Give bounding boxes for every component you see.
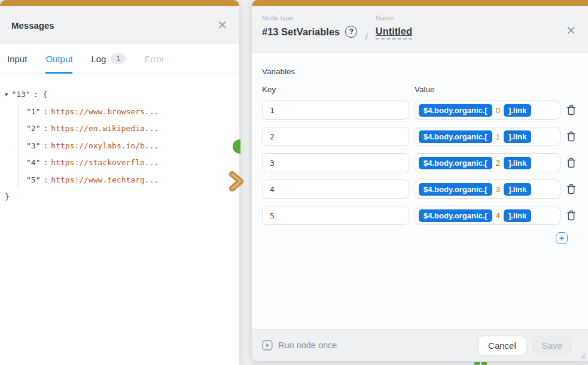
key-input[interactable]	[262, 206, 409, 225]
variables-column-headers: Key Value	[262, 85, 576, 94]
key-column-header: Key	[262, 85, 409, 94]
tab-error: Error	[144, 45, 164, 74]
expression-chip[interactable]: ].link	[504, 104, 531, 117]
value-field[interactable]: $4.body.organic.[ 2 ].link	[415, 153, 560, 172]
edge-chevron-icon	[229, 171, 248, 191]
value-field[interactable]: $4.body.organic.[ 1 ].link	[415, 127, 560, 146]
chip-index-literal: 4	[496, 211, 500, 220]
key-input[interactable]	[262, 101, 409, 120]
json-root-brace: : {	[31, 86, 50, 104]
canvas-node-fragment	[474, 362, 480, 365]
variable-row: $4.body.organic.[ 1 ].link	[262, 127, 576, 146]
add-variable-button[interactable]: +	[556, 232, 568, 244]
expression-chip[interactable]: $4.body.organic.[	[419, 183, 492, 196]
json-url-value: https://www.techtarg...	[51, 175, 159, 184]
node-editor-panel: Node type #13 SetVariables ? / Name Unti…	[252, 0, 588, 361]
json-entry: "2":https://en.wikipedia...	[26, 120, 233, 138]
tab-output-label: Output	[45, 54, 72, 64]
panel-accent-bar	[0, 0, 239, 6]
collapse-triangle-icon[interactable]: ▼	[5, 86, 8, 104]
expression-chip[interactable]: ].link	[504, 209, 531, 222]
variable-row: $4.body.organic.[ 4 ].link	[262, 206, 576, 225]
delete-row-icon[interactable]	[566, 131, 576, 142]
run-node-once-label: Run node once	[278, 340, 337, 350]
chip-index-literal: 0	[496, 106, 500, 115]
tab-input[interactable]: Input	[7, 45, 27, 74]
variable-row: $4.body.organic.[ 3 ].link	[262, 180, 576, 199]
json-root-key: "13"	[11, 86, 30, 104]
messages-title: Messages	[11, 20, 54, 31]
key-input[interactable]	[262, 127, 409, 146]
run-node-once-button[interactable]: Run node once	[262, 340, 337, 351]
json-url-value: https://en.wikipedia...	[51, 124, 159, 133]
variable-row: $4.body.organic.[ 2 ].link	[262, 153, 576, 172]
value-column-header: Value	[415, 85, 560, 94]
cancel-button[interactable]: Cancel	[478, 336, 526, 355]
value-field[interactable]: $4.body.organic.[ 4 ].link	[415, 206, 560, 225]
delete-row-icon[interactable]	[566, 157, 576, 168]
messages-panel: Messages ✕ Input Output Log 1 Error ▼ "1…	[0, 0, 239, 365]
variable-row: $4.body.organic.[ 0 ].link	[262, 101, 576, 120]
editor-footer: Run node once Cancel Save	[252, 329, 588, 361]
close-icon[interactable]: ✕	[217, 19, 227, 31]
node-name-group: Name Untitled	[376, 14, 412, 39]
json-root-line: ▼ "13" : {	[5, 86, 233, 104]
close-icon[interactable]: ✕	[566, 14, 576, 36]
expression-chip[interactable]: $4.body.organic.[	[419, 157, 492, 169]
json-entry: "1":https://www.browsers...	[26, 104, 233, 121]
help-icon[interactable]: ?	[345, 26, 357, 38]
messages-header: Messages ✕	[0, 6, 239, 44]
node-name-label: Name	[376, 14, 412, 22]
chip-index-literal: 2	[496, 159, 500, 168]
tab-log-label: Log	[91, 54, 106, 64]
tab-output[interactable]: Output	[45, 45, 72, 74]
chip-index-literal: 1	[496, 132, 500, 141]
json-url-value: https://www.browsers...	[51, 107, 159, 116]
json-url-value: https://stackoverflo...	[51, 158, 159, 167]
tab-error-label: Error	[144, 54, 164, 64]
expression-chip[interactable]: ].link	[504, 130, 531, 143]
canvas-node-fragment	[482, 362, 487, 365]
add-row-container: +	[262, 232, 576, 244]
json-entries: "1":https://www.browsers... "2":https://…	[18, 104, 233, 189]
panel-accent-bar	[252, 0, 588, 6]
node-name-value[interactable]: Untitled	[376, 26, 412, 39]
save-button[interactable]: Save	[532, 336, 572, 355]
value-field[interactable]: $4.body.organic.[ 0 ].link	[415, 101, 560, 120]
value-field[interactable]: $4.body.organic.[ 3 ].link	[415, 180, 560, 199]
header-slash-separator: /	[365, 32, 367, 43]
chip-index-literal: 3	[496, 185, 500, 194]
expression-chip[interactable]: ].link	[504, 183, 531, 196]
json-entry: "4":https://stackoverflo...	[26, 154, 233, 172]
resize-grip-icon[interactable]	[579, 352, 586, 359]
delete-row-icon[interactable]	[566, 210, 576, 221]
key-input[interactable]	[262, 153, 409, 172]
variables-section: Variables Key Value $4.body.organic.[ 0 …	[252, 53, 588, 329]
node-type-group: Node type #13 SetVariables ?	[262, 14, 357, 38]
delete-row-icon[interactable]	[566, 184, 576, 194]
delete-row-icon[interactable]	[566, 105, 576, 115]
node-type-value: #13 SetVariables	[262, 26, 340, 38]
expression-chip[interactable]: $4.body.organic.[	[419, 130, 492, 143]
expression-chip[interactable]: $4.body.organic.[	[419, 104, 492, 117]
node-type-label: Node type	[262, 14, 357, 22]
messages-tabbar: Input Output Log 1 Error	[0, 44, 239, 74]
tab-log[interactable]: Log 1	[91, 45, 126, 74]
json-url-value: https://oxylabs.io/b...	[51, 141, 159, 150]
variables-title: Variables	[262, 67, 576, 76]
log-count-badge: 1	[111, 53, 126, 64]
output-json-tree: ▼ "13" : { "1":https://www.browsers... "…	[0, 74, 239, 206]
json-entry: "5":https://www.techtarg...	[26, 172, 233, 189]
tab-input-label: Input	[7, 54, 27, 64]
play-icon	[262, 340, 273, 351]
json-entry: "3":https://oxylabs.io/b...	[26, 138, 233, 155]
expression-chip[interactable]: $4.body.organic.[	[419, 209, 492, 222]
key-input[interactable]	[262, 180, 409, 199]
expression-chip[interactable]: ].link	[504, 157, 531, 169]
node-editor-header: Node type #13 SetVariables ? / Name Unti…	[252, 6, 588, 53]
canvas-background	[252, 361, 588, 365]
json-closing-brace: }	[5, 188, 233, 206]
